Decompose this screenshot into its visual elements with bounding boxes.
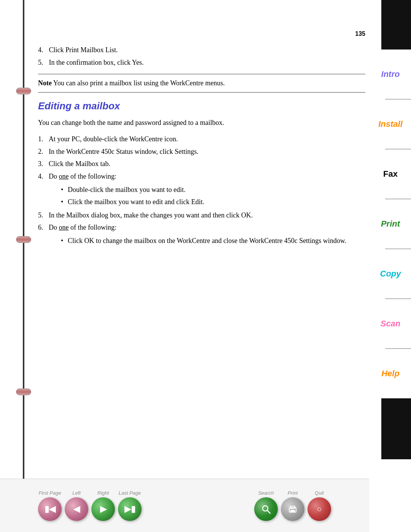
section-heading: Editing a mailbox bbox=[38, 100, 365, 112]
nav-last-page-label: Last Page bbox=[119, 490, 141, 496]
svg-line-1 bbox=[267, 510, 270, 513]
section-intro: You can change both the name and passwor… bbox=[38, 117, 365, 128]
nav-search-section: Search bbox=[254, 490, 278, 521]
step-text-after: of the following: bbox=[69, 224, 116, 231]
svg-rect-4 bbox=[290, 510, 295, 512]
nav-first-page-label: First Page bbox=[38, 490, 61, 496]
nav-print-label: Print bbox=[288, 490, 298, 496]
step-text-before: Do bbox=[49, 224, 59, 231]
sidebar-top-bar bbox=[381, 0, 411, 50]
note-body: You can also print a mailbox list using … bbox=[52, 79, 225, 87]
sidebar-item-help[interactable]: Help bbox=[370, 349, 411, 398]
sidebar-item-install[interactable]: Install bbox=[370, 99, 411, 149]
tab-entry-fax: Fax bbox=[370, 149, 411, 199]
book-spine bbox=[23, 0, 24, 532]
section-step-4: 4. Do one of the following: Double-click… bbox=[38, 171, 365, 207]
note-text: Note You can also print a mailbox list u… bbox=[38, 78, 365, 88]
step-text: In the Mailbox dialog box, make the chan… bbox=[49, 211, 253, 219]
tab-entry-intro: Intro bbox=[370, 50, 411, 99]
nav-first-page-section: First Page ▮◀ bbox=[38, 490, 62, 521]
main-content: 135 4. Click Print Mailbox List. 5. In t… bbox=[38, 30, 365, 475]
step-5-text: In the confirmation box, click Yes. bbox=[49, 59, 144, 66]
sidebar-tab-label-intro: Intro bbox=[381, 69, 400, 79]
step-text: Click the Mailbox tab. bbox=[49, 160, 110, 168]
step-text: At your PC, double-click the WorkCentre … bbox=[49, 135, 178, 143]
bullet-item: Click the mailbox you want to edit and c… bbox=[59, 197, 365, 208]
section-steps: 1. At your PC, double-click the WorkCent… bbox=[38, 134, 365, 246]
step-text-before: Do bbox=[49, 173, 59, 180]
bullet-item: Click OK to change the mailbox on the Wo… bbox=[59, 235, 365, 246]
nav-print-section: Print bbox=[281, 490, 304, 521]
tab-entry-scan: Scan bbox=[370, 299, 411, 349]
section-step-2: 2. In the WorkCentre 450c Status window,… bbox=[38, 146, 365, 157]
step-text: In the WorkCentre 450c Status window, cl… bbox=[49, 148, 199, 155]
nav-left-section: Left ◀ bbox=[65, 490, 88, 521]
step-text-after: of the following: bbox=[69, 173, 116, 180]
nav-print-button[interactable] bbox=[281, 497, 304, 521]
tab-entry-help: Help bbox=[370, 349, 411, 398]
tab-entry-install: Install bbox=[370, 99, 411, 149]
ring-binder bbox=[16, 236, 31, 243]
ring-binder bbox=[16, 88, 31, 94]
nav-last-page-button[interactable]: ▶▮ bbox=[118, 497, 142, 521]
nav-search-button[interactable] bbox=[254, 497, 278, 521]
section-step-6: 6. Do one of the following: Click OK to … bbox=[38, 222, 365, 246]
step-text-underline: one bbox=[59, 224, 69, 231]
step-5: 5. In the confirmation box, click Yes. bbox=[38, 58, 365, 68]
sidebar-tab-label-scan: Scan bbox=[381, 319, 401, 329]
bullet-list-4: Double-click the mailbox you want to edi… bbox=[59, 184, 365, 208]
nav-quit-button[interactable]: ○ bbox=[307, 497, 331, 521]
nav-left-label: Left bbox=[72, 490, 81, 496]
section-step-3: 3. Click the Mailbox tab. bbox=[38, 158, 365, 169]
nav-first-page-button[interactable]: ▮◀ bbox=[38, 497, 62, 521]
step-text-underline: one bbox=[59, 173, 69, 180]
sidebar-bottom-bar bbox=[381, 398, 411, 459]
sidebar-item-copy[interactable]: Copy bbox=[370, 249, 411, 299]
note-label: Note bbox=[38, 79, 52, 87]
sidebar-item-print[interactable]: Print bbox=[370, 199, 411, 249]
nav-bar: First Page ▮◀ Left ◀ Right ▶ Last Page ▶… bbox=[0, 479, 369, 532]
step-4-text: Click Print Mailbox List. bbox=[49, 46, 118, 54]
bullet-list-6: Click OK to change the mailbox on the Wo… bbox=[59, 235, 365, 246]
sidebar-tab-label-install: Install bbox=[378, 119, 403, 129]
nav-right-button[interactable]: ▶ bbox=[91, 497, 115, 521]
tab-entry-print: Print bbox=[370, 199, 411, 249]
note-box: Note You can also print a mailbox list u… bbox=[38, 74, 365, 93]
right-sidebar: Intro Install Fax Print Copy Scan bbox=[370, 0, 411, 532]
nav-last-page-section: Last Page ▶▮ bbox=[118, 490, 142, 521]
tab-entry-copy: Copy bbox=[370, 249, 411, 299]
nav-left-button[interactable]: ◀ bbox=[65, 497, 88, 521]
sidebar-tab-label-help: Help bbox=[381, 369, 400, 379]
nav-quit-label: Quit bbox=[315, 490, 324, 496]
page-number: 135 bbox=[38, 30, 365, 37]
sidebar-item-fax[interactable]: Fax bbox=[370, 149, 411, 199]
nav-quit-section: Quit ○ bbox=[307, 490, 331, 521]
sidebar-tab-label-fax: Fax bbox=[383, 169, 398, 179]
nav-right-label: Right bbox=[97, 490, 109, 496]
ring-binder bbox=[16, 388, 31, 395]
nav-right-section: Right ▶ bbox=[91, 490, 115, 521]
nav-search-label: Search bbox=[258, 490, 274, 496]
bullet-item: Double-click the mailbox you want to edi… bbox=[59, 184, 365, 195]
sidebar-item-scan[interactable]: Scan bbox=[370, 299, 411, 348]
intro-steps: 4. Click Print Mailbox List. 5. In the c… bbox=[38, 45, 365, 68]
section-step-5: 5. In the Mailbox dialog box, make the c… bbox=[38, 210, 365, 221]
step-4: 4. Click Print Mailbox List. bbox=[38, 45, 365, 55]
sidebar-item-intro[interactable]: Intro bbox=[370, 50, 411, 99]
section-step-1: 1. At your PC, double-click the WorkCent… bbox=[38, 134, 365, 145]
sidebar-tab-label-copy: Copy bbox=[380, 269, 401, 279]
sidebar-tab-label-print: Print bbox=[381, 219, 400, 229]
